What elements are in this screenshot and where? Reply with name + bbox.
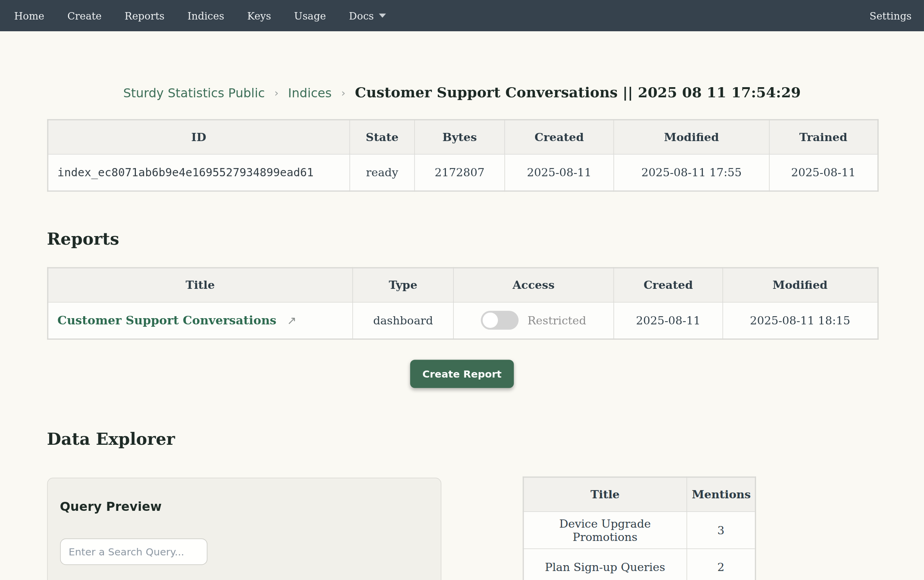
breadcrumb: Sturdy Statistics Public › Indices › Cus… [0, 84, 924, 101]
topic-row: Device Upgrade Promotions 3 [523, 511, 755, 548]
nav-item-docs-label: Docs [349, 10, 374, 21]
query-preview-title: Query Preview [60, 499, 428, 514]
nav-item-reports[interactable]: Reports [125, 10, 164, 21]
breadcrumb-link-indices[interactable]: Indices [288, 86, 332, 100]
cell-index-state: ready [350, 154, 415, 191]
report-row: Customer Support Conversations ↗ dashboa… [47, 302, 878, 339]
cell-topic-title: Device Upgrade Promotions [523, 511, 687, 548]
col-header-created: Created [505, 120, 614, 154]
cell-report-created: 2025-08-11 [614, 302, 723, 339]
cell-index-created: 2025-08-11 [505, 154, 614, 191]
query-preview-panel: Query Preview [47, 478, 441, 580]
col-header-access: Access [453, 268, 614, 302]
cell-topic-mentions: 3 [687, 511, 755, 548]
data-explorer-section: Query Preview Title Mentions Device Upgr… [47, 478, 877, 580]
breadcrumb-separator-icon: › [341, 87, 346, 99]
index-table-header-row: ID State Bytes Created Modified Trained [47, 120, 878, 154]
index-table: ID State Bytes Created Modified Trained … [47, 119, 878, 192]
data-explorer-heading: Data Explorer [47, 429, 877, 449]
col-header-report-created: Created [614, 268, 723, 302]
toggle-knob [483, 313, 498, 328]
col-header-report-modified: Modified [723, 268, 878, 302]
create-report-button[interactable]: Create Report [410, 360, 514, 388]
reports-table: Title Type Access Created Modified Custo… [47, 267, 878, 340]
index-table-row: index_ec8071ab6b9e4e1695527934899ead61 r… [47, 154, 878, 191]
cell-report-modified: 2025-08-11 18:15 [723, 302, 878, 339]
nav-item-settings[interactable]: Settings [870, 10, 912, 21]
cell-topic-mentions: 2 [687, 548, 755, 580]
topic-row: Plan Sign-up Queries 2 [523, 548, 755, 580]
nav-item-docs[interactable]: Docs [349, 10, 386, 21]
breadcrumb-link-root[interactable]: Sturdy Statistics Public [123, 86, 265, 100]
col-header-topic-title: Title [523, 477, 687, 512]
col-header-trained: Trained [769, 120, 878, 154]
cell-index-modified: 2025-08-11 17:55 [614, 154, 769, 191]
access-toggle[interactable] [481, 311, 519, 330]
col-header-bytes: Bytes [415, 120, 505, 154]
access-label: Restricted [528, 314, 587, 327]
cell-index-id: index_ec8071ab6b9e4e1695527934899ead61 [47, 154, 350, 191]
nav-items: Home Create Reports Indices Keys Usage D… [14, 10, 386, 21]
reports-table-header-row: Title Type Access Created Modified [47, 268, 878, 302]
navbar: Home Create Reports Indices Keys Usage D… [0, 0, 924, 31]
col-header-id: ID [47, 120, 350, 154]
cell-topic-title: Plan Sign-up Queries [523, 548, 687, 580]
topics-table-header-row: Title Mentions [523, 477, 755, 512]
col-header-state: State [350, 120, 415, 154]
nav-item-keys[interactable]: Keys [247, 10, 271, 21]
access-control: Restricted [458, 311, 609, 330]
external-link-icon[interactable]: ↗ [287, 314, 296, 327]
topics-table: Title Mentions Device Upgrade Promotions… [523, 476, 756, 580]
col-header-topic-mentions: Mentions [687, 477, 755, 512]
chevron-down-icon [379, 14, 386, 18]
reports-heading: Reports [47, 229, 877, 249]
search-input[interactable] [60, 539, 207, 565]
breadcrumb-separator-icon: › [274, 87, 278, 99]
cell-report-type: dashboard [353, 302, 453, 339]
page-title: Customer Support Conversations || 2025 0… [355, 84, 801, 101]
nav-item-home[interactable]: Home [14, 10, 44, 21]
col-header-type: Type [353, 268, 453, 302]
nav-item-create[interactable]: Create [67, 10, 102, 21]
report-title-link[interactable]: Customer Support Conversations [57, 313, 276, 328]
cell-index-bytes: 2172807 [415, 154, 505, 191]
cell-index-trained: 2025-08-11 [769, 154, 878, 191]
nav-item-usage[interactable]: Usage [294, 10, 326, 21]
page: Home Create Reports Indices Keys Usage D… [0, 0, 924, 580]
nav-item-indices[interactable]: Indices [187, 10, 224, 21]
col-header-modified: Modified [614, 120, 769, 154]
col-header-title: Title [47, 268, 353, 302]
